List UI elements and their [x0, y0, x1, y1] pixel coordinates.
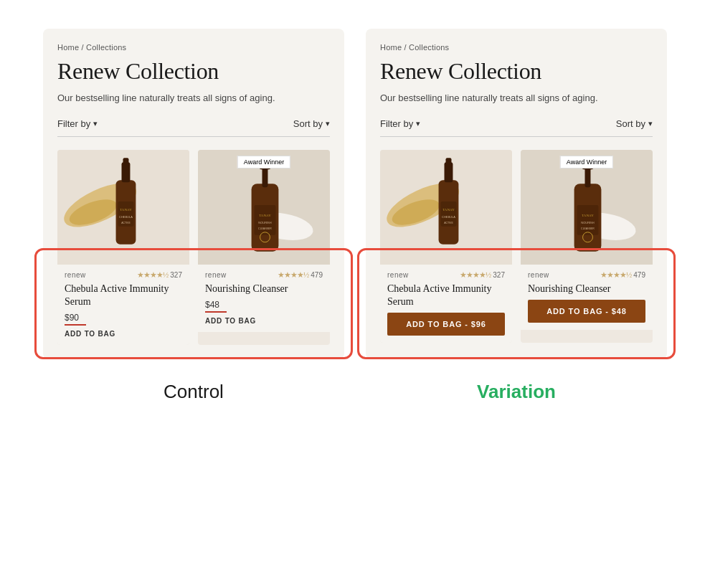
product-name-control-1: Nourishing Cleanser	[205, 283, 323, 295]
review-count-v1: 479	[633, 271, 645, 279]
sort-button-variation[interactable]: Sort by	[616, 118, 653, 129]
svg-text:ACTIVE: ACTIVE	[444, 222, 453, 224]
stars-v0: ★★★★½	[460, 270, 491, 280]
product-info-variation-1: renew ★★★★½ 479 Nourishing Cleanser ADD …	[521, 265, 653, 330]
collection-desc-control: Our bestselling line naturally treats al…	[57, 91, 330, 105]
filter-sort-row-control: Filter by Sort by	[57, 118, 330, 137]
svg-rect-3	[122, 163, 131, 183]
stars-1: ★★★★½	[278, 270, 308, 280]
product-info-variation-0: renew ★★★★½ 327 Chebula Active Immunity …	[380, 265, 512, 343]
brand-stars-row-1: renew ★★★★½ 479	[205, 270, 323, 280]
brand-stars-row-v0: renew ★★★★½ 327	[387, 270, 505, 280]
product-card-control-1: Award Winner TANAY NOURISH	[198, 150, 330, 345]
product-card-control-0: TANAY CHEBULA ACTIVE renew ★★★★½ 327 Che…	[57, 150, 189, 345]
svg-text:CHEBULA: CHEBULA	[442, 215, 455, 219]
control-panel: Home / Collections Renew Collection Our …	[43, 29, 344, 359]
collection-title-control: Renew Collection	[57, 59, 330, 84]
svg-text:CLEANSER: CLEANSER	[258, 227, 272, 230]
product-name-variation-0: Chebula Active Immunity Serum	[387, 283, 505, 308]
review-count-1: 479	[311, 271, 323, 279]
award-badge-variation: Award Winner	[560, 156, 613, 169]
svg-rect-23	[446, 158, 452, 166]
product-image-serum-control: TANAY CHEBULA ACTIVE	[57, 150, 189, 265]
breadcrumb-control: Home / Collections	[57, 43, 330, 52]
collection-desc-variation: Our bestselling line naturally treats al…	[380, 91, 653, 105]
svg-rect-22	[445, 163, 453, 183]
sort-button-control[interactable]: Sort by	[293, 118, 330, 129]
product-card-variation-0: TANAY CHEBULA ACTIVE renew ★★★★½ 327 Che…	[380, 150, 512, 343]
product-brand-1: renew	[205, 271, 227, 279]
review-count-0: 327	[170, 271, 182, 279]
product-brand-v0: renew	[387, 271, 409, 279]
svg-text:ACTIVE: ACTIVE	[121, 222, 131, 224]
label-control: Control	[43, 381, 344, 403]
product-image-cleanser-variation: Award Winner TANAY NOURISH CLEANSER	[521, 150, 653, 265]
product-info-control-0: renew ★★★★½ 327 Chebula Active Immunity …	[57, 265, 189, 345]
svg-text:NOURISH: NOURISH	[258, 221, 271, 224]
svg-text:CLEANSER: CLEANSER	[581, 227, 595, 230]
svg-text:NOURISH: NOURISH	[581, 221, 594, 224]
stars-row-1: ★★★★½ 479	[278, 270, 323, 280]
collection-title-variation: Renew Collection	[380, 59, 653, 84]
brand-stars-row-v1: renew ★★★★½ 479	[528, 270, 645, 280]
product-price-control-1: $48	[205, 300, 323, 310]
products-grid-control: TANAY CHEBULA ACTIVE renew ★★★★½ 327 Che…	[57, 150, 330, 345]
product-image-cleanser-control: Award Winner TANAY NOURISH	[198, 150, 330, 265]
product-name-variation-1: Nourishing Cleanser	[528, 283, 645, 295]
product-brand-v1: renew	[528, 271, 549, 279]
product-image-serum-variation: TANAY CHEBULA ACTIVE	[380, 150, 512, 265]
filter-button-control[interactable]: Filter by	[57, 118, 98, 129]
svg-text:TANAY: TANAY	[259, 214, 271, 217]
product-info-control-1: renew ★★★★½ 479 Nourishing Cleanser $48 …	[198, 265, 330, 332]
review-count-v0: 327	[493, 271, 505, 279]
svg-text:TANAY: TANAY	[442, 208, 455, 212]
svg-text:CHEBULA: CHEBULA	[119, 215, 133, 219]
stars-row-v1: ★★★★½ 479	[600, 270, 645, 280]
labels-row: Control Variation	[0, 374, 710, 410]
price-underline-0	[65, 324, 86, 326]
products-grid-variation: TANAY CHEBULA ACTIVE renew ★★★★½ 327 Che…	[380, 150, 653, 343]
serum-image-control: TANAY CHEBULA ACTIVE	[57, 150, 189, 265]
svg-text:TANAY: TANAY	[120, 208, 132, 212]
add-to-bag-control-0[interactable]: ADD TO BAG	[65, 330, 182, 338]
add-to-bag-variation-1[interactable]: ADD TO BAG - $48	[528, 300, 645, 323]
price-underline-1	[205, 311, 227, 313]
award-badge-control: Award Winner	[237, 156, 290, 169]
svg-text:TANAY: TANAY	[582, 214, 594, 217]
product-brand-0: renew	[65, 271, 86, 279]
product-price-control-0: $90	[65, 313, 182, 323]
main-container: Home / Collections Renew Collection Our …	[0, 0, 710, 374]
serum-image-variation: TANAY CHEBULA ACTIVE	[380, 150, 512, 265]
stars-0: ★★★★½	[137, 270, 168, 280]
product-card-variation-1: Award Winner TANAY NOURISH CLEANSER	[521, 150, 653, 343]
breadcrumb-variation: Home / Collections	[380, 43, 653, 52]
product-name-control-0: Chebula Active Immunity Serum	[65, 283, 182, 308]
variation-panel: Home / Collections Renew Collection Our …	[366, 29, 667, 359]
filter-button-variation[interactable]: Filter by	[380, 118, 420, 129]
stars-row-0: ★★★★½ 327	[137, 270, 182, 280]
stars-row-v0: ★★★★½ 327	[460, 270, 505, 280]
label-variation: Variation	[366, 381, 667, 403]
brand-stars-row-0: renew ★★★★½ 327	[65, 270, 182, 280]
add-to-bag-variation-0[interactable]: ADD TO BAG - $96	[387, 313, 505, 336]
stars-v1: ★★★★½	[600, 270, 631, 280]
add-to-bag-control-1[interactable]: ADD TO BAG	[205, 317, 323, 325]
svg-rect-4	[123, 158, 129, 166]
filter-sort-row-variation: Filter by Sort by	[380, 118, 653, 137]
